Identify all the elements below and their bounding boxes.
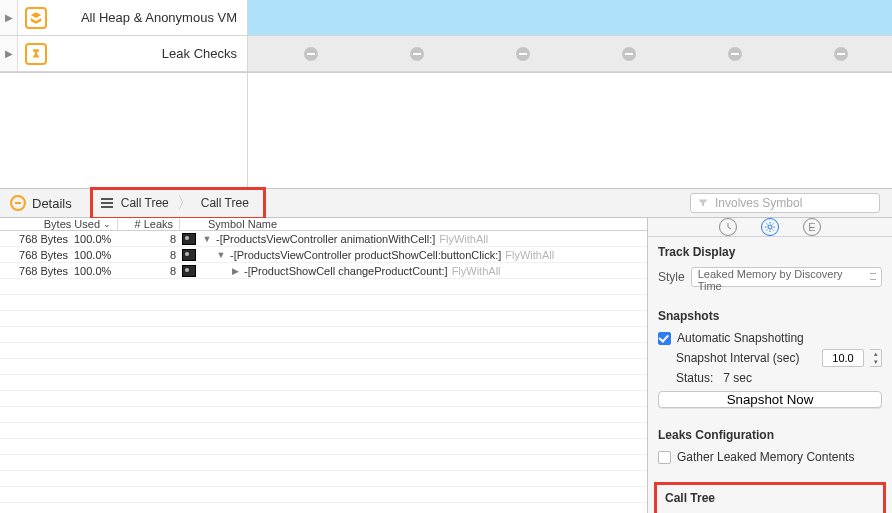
table-row[interactable] [0, 487, 647, 503]
inspector-tabs[interactable]: E [648, 218, 892, 237]
table-row[interactable] [0, 423, 647, 439]
table-header[interactable]: Bytes Used⌄ # Leaks Symbol Name [0, 218, 647, 231]
cell-bytes: 768 Bytes [0, 249, 72, 261]
call-tree-table: Bytes Used⌄ # Leaks Symbol Name 768 Byte… [0, 218, 648, 513]
table-row[interactable]: 768 Bytes100.0%8▼-[ProductsViewControlle… [0, 231, 647, 247]
style-select[interactable]: Leaked Memory by Discovery Time [691, 267, 882, 287]
leak-marker[interactable] [516, 47, 530, 61]
cell-leak-count: 8 [118, 265, 180, 277]
detail-toolbar: Details Call Tree 〉 Call Tree [0, 188, 892, 218]
breadcrumb-item[interactable]: Call Tree [201, 196, 249, 210]
section-title: Call Tree [661, 489, 879, 511]
cell-leak-count: 8 [118, 249, 180, 261]
section-title: Snapshots [648, 301, 892, 329]
symbol-library: FlyWithAll [505, 249, 554, 261]
interval-input[interactable] [822, 349, 864, 367]
leak-marker[interactable] [622, 47, 636, 61]
track-lane-leaks[interactable] [248, 36, 892, 71]
table-row[interactable] [0, 471, 647, 487]
table-row[interactable] [0, 455, 647, 471]
col-bytes-used[interactable]: Bytes Used⌄ [0, 218, 118, 230]
details-icon [10, 195, 26, 211]
symbol-library: FlyWithAll [439, 233, 488, 245]
track-lane-allocations[interactable] [248, 0, 892, 35]
auto-snapshot-row[interactable]: Automatic Snapshotting [648, 329, 892, 347]
cell-percent: 100.0% [72, 265, 118, 277]
table-row[interactable] [0, 327, 647, 343]
thread-icon [180, 233, 198, 245]
leak-marker[interactable] [834, 47, 848, 61]
table-row[interactable]: 768 Bytes100.0%8▼-[ProductsViewControlle… [0, 247, 647, 263]
status-value: 7 sec [723, 371, 752, 385]
timeline-tracks: ▶ All Heap & Anonymous VM ▶ Leak Checks [0, 0, 892, 73]
track-label: All Heap & Anonymous VM [54, 0, 248, 35]
style-label: Style [658, 270, 685, 284]
symbol-name: -[ProductShowCell changeProductCount:] [244, 265, 448, 277]
table-row[interactable] [0, 439, 647, 455]
table-row[interactable] [0, 391, 647, 407]
checkbox-label: Gather Leaked Memory Contents [677, 450, 854, 464]
table-row[interactable] [0, 279, 647, 295]
thread-icon [180, 265, 198, 277]
disclosure-triangle[interactable]: ▶ [0, 0, 18, 35]
cell-bytes: 768 Bytes [0, 233, 72, 245]
symbol-library: FlyWithAll [452, 265, 501, 277]
track-leaks[interactable]: ▶ Leak Checks [0, 36, 892, 72]
table-body[interactable]: 768 Bytes100.0%8▼-[ProductsViewControlle… [0, 231, 647, 513]
checkbox[interactable] [658, 332, 671, 345]
filter-field[interactable] [690, 193, 880, 213]
leak-marker[interactable] [304, 47, 318, 61]
cell-leak-count: 8 [118, 233, 180, 245]
snapshot-now-button[interactable]: Snapshot Now [658, 391, 882, 408]
inspector-panel: E Track Display Style Leaked Memory by D… [648, 218, 892, 513]
disclosure-triangle[interactable]: ▶ [0, 36, 18, 71]
disclosure-triangle[interactable]: ▶ [230, 266, 240, 276]
sort-caret-icon: ⌄ [103, 219, 111, 229]
filter-input[interactable] [715, 196, 873, 210]
chevron-right-icon: 〉 [177, 193, 193, 214]
timeline-blank-area [0, 73, 892, 188]
table-row[interactable]: 768 Bytes100.0%8▶-[ProductShowCell chang… [0, 263, 647, 279]
track-allocations[interactable]: ▶ All Heap & Anonymous VM [0, 0, 892, 36]
breadcrumb[interactable]: Call Tree 〉 Call Tree [90, 187, 266, 220]
list-icon [101, 198, 113, 208]
col-leak-count[interactable]: # Leaks [118, 218, 180, 230]
leak-marker[interactable] [728, 47, 742, 61]
table-row[interactable] [0, 311, 647, 327]
disclosure-triangle[interactable]: ▼ [202, 234, 212, 244]
interval-label: Snapshot Interval (sec) [676, 351, 799, 365]
tab-display-settings[interactable] [761, 218, 779, 236]
section-title: Track Display [648, 237, 892, 265]
breadcrumb-item[interactable]: Call Tree [121, 196, 169, 210]
disclosure-triangle[interactable]: ▼ [216, 250, 226, 260]
checkbox-label: Automatic Snapshotting [677, 331, 804, 345]
call-tree-options: Call Tree Separate by ThreadInvert Call … [654, 482, 886, 513]
leaks-icon [18, 36, 54, 71]
tab-extended-detail[interactable]: E [803, 218, 821, 236]
allocations-icon [18, 0, 54, 35]
table-row[interactable] [0, 375, 647, 391]
symbol-name: -[ProductsViewController productShowCell… [230, 249, 501, 261]
filter-icon [697, 197, 709, 209]
table-row[interactable] [0, 343, 647, 359]
thread-icon [180, 249, 198, 261]
track-label: Leak Checks [54, 36, 248, 71]
col-symbol-name[interactable]: Symbol Name [180, 218, 647, 230]
status-label: Status: [676, 371, 713, 385]
table-row[interactable] [0, 407, 647, 423]
table-row[interactable] [0, 503, 647, 513]
checkbox[interactable] [658, 451, 671, 464]
leak-marker[interactable] [410, 47, 424, 61]
cell-bytes: 768 Bytes [0, 265, 72, 277]
cell-percent: 100.0% [72, 233, 118, 245]
cell-percent: 100.0% [72, 249, 118, 261]
symbol-name: -[ProductsViewController animationWithCe… [216, 233, 435, 245]
section-title: Leaks Configuration [648, 420, 892, 448]
table-row[interactable] [0, 359, 647, 375]
gather-contents-row[interactable]: Gather Leaked Memory Contents [648, 448, 892, 466]
details-label[interactable]: Details [32, 196, 72, 211]
interval-stepper[interactable]: ▴▾ [870, 349, 882, 367]
tab-record-settings[interactable] [719, 218, 737, 236]
table-row[interactable] [0, 295, 647, 311]
